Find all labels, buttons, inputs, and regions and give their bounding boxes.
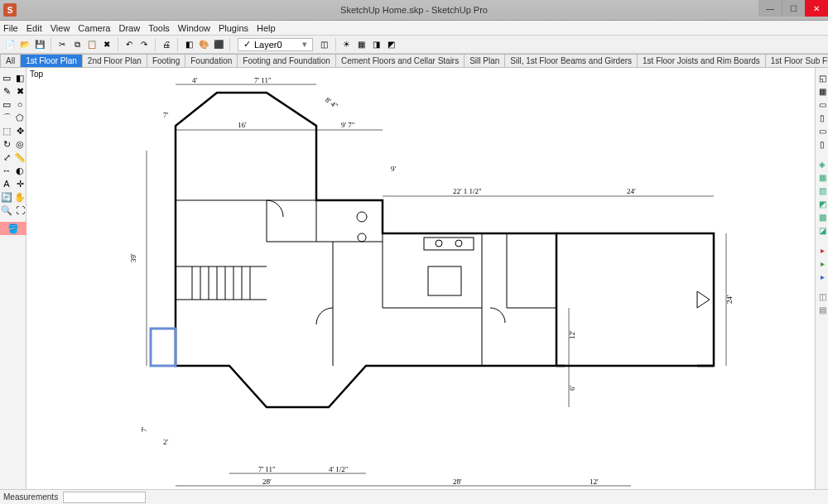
protractor-tool-icon[interactable]: ◐ <box>13 164 26 177</box>
scene-tab-1st-subfloor[interactable]: 1st Floor Sub Floor <box>766 54 828 67</box>
polygon-tool-icon[interactable]: ⬠ <box>13 111 26 124</box>
paint-icon[interactable]: 🎨 <box>197 38 210 51</box>
select-tool-icon[interactable]: ▭ <box>0 71 13 84</box>
shadow-icon[interactable]: ☀ <box>340 38 354 51</box>
front-view-icon[interactable]: ▭ <box>816 98 828 111</box>
shaded-texture-icon[interactable]: ▩ <box>816 210 828 223</box>
text-tool-icon[interactable]: A <box>0 177 13 190</box>
dim-label: 39' <box>129 253 137 262</box>
right-toolbar: ◱ ▦ ▭ ▯ ▭ ▯ ◈ ▦ ▧ ◩ ▩ ◪ ▸ ▸ ▸ ◫ ▤ <box>815 68 828 489</box>
menu-plugins[interactable]: Plugins <box>219 23 248 33</box>
xray-style-icon[interactable]: ◈ <box>816 157 828 170</box>
print-icon[interactable]: 🖨 <box>160 38 173 51</box>
new-file-icon[interactable]: 📄 <box>3 38 17 51</box>
eraser-tool-icon[interactable]: ✖ <box>13 84 26 98</box>
dim-label: 7' <box>163 111 169 119</box>
dim-label: 12' <box>590 478 599 486</box>
arc-tool-icon[interactable]: ⌒ <box>0 111 13 124</box>
drawing-canvas[interactable]: Top <box>26 68 815 489</box>
delete-icon[interactable]: ✖ <box>100 38 113 51</box>
zoom-extents-icon[interactable]: ⛶ <box>13 204 26 217</box>
dim-label: 9' 7" <box>341 121 355 129</box>
cut-icon[interactable]: ✂ <box>55 38 69 51</box>
warehouse-icon[interactable]: ⬛ <box>212 38 225 51</box>
scene-tab-cement-floors[interactable]: Cement Floors and Cellar Stairs <box>336 54 465 67</box>
scene-tab-1st-floor-plan[interactable]: 1st Floor Plan <box>21 54 83 67</box>
paint-bucket-icon[interactable]: 🪣 <box>0 222 26 235</box>
move-tool-icon[interactable]: ✥ <box>13 124 26 137</box>
copy-icon[interactable]: ⧉ <box>70 38 84 51</box>
menu-camera[interactable]: Camera <box>78 23 110 33</box>
monochrome-icon[interactable]: ◪ <box>816 223 828 237</box>
line-tool-icon[interactable]: ✎ <box>0 84 13 98</box>
menu-help[interactable]: Help <box>257 23 276 33</box>
floorplan-drawing: 4' 7' 11" 7' 16' 9' 7" 8' 4" 9' 22' 1 1/… <box>118 76 763 489</box>
scene-tab-foundation[interactable]: Foundation <box>185 54 238 67</box>
dim-label: 6' <box>568 386 576 391</box>
offset-tool-icon[interactable]: ◎ <box>13 137 26 151</box>
layer-dropdown[interactable]: ✓ Layer0 ▾ <box>238 38 313 51</box>
make-component-icon[interactable]: ◧ <box>13 71 26 84</box>
scene-tab-sill-plan[interactable]: Sill Plan <box>465 54 505 67</box>
menu-edit[interactable]: Edit <box>26 23 42 33</box>
scene-tab-all[interactable]: All <box>0 54 21 67</box>
dim-label: 7' <box>140 427 148 433</box>
scene-tab-footing[interactable]: Footing <box>147 54 185 67</box>
undo-icon[interactable]: ↶ <box>123 38 136 51</box>
display-section-icon[interactable]: ▤ <box>816 303 828 316</box>
svg-point-23 <box>436 240 442 247</box>
push-pull-tool-icon[interactable]: ⬚ <box>0 124 13 137</box>
open-file-icon[interactable]: 📂 <box>18 38 31 51</box>
axes-tool-icon[interactable]: ✛ <box>13 177 26 190</box>
dimension-tool-icon[interactable]: ↔ <box>0 164 13 177</box>
layer-manager-icon[interactable]: ◫ <box>318 38 331 51</box>
menu-view[interactable]: View <box>51 23 70 33</box>
menu-window[interactable]: Window <box>178 23 210 33</box>
top-view-icon[interactable]: ▦ <box>816 84 828 98</box>
look-around-icon[interactable]: ▸ <box>816 270 828 283</box>
measurements-label: Measurements <box>3 492 58 502</box>
maximize-button[interactable]: ☐ <box>782 0 805 17</box>
left-view-icon[interactable]: ▯ <box>816 137 828 151</box>
section-icon[interactable]: ◩ <box>385 38 398 51</box>
walk-tool-icon[interactable]: ▸ <box>816 257 828 270</box>
iso-view-icon[interactable]: ◱ <box>816 71 828 84</box>
menu-draw[interactable]: Draw <box>118 23 140 33</box>
style-icon[interactable]: ◨ <box>370 38 383 51</box>
minimize-button[interactable]: — <box>758 0 782 17</box>
chevron-down-icon: ▾ <box>302 39 307 50</box>
scene-tab-sill-beams[interactable]: Sill, 1st Floor Beams and Girders <box>505 54 638 67</box>
paste-icon[interactable]: 📋 <box>85 38 99 51</box>
save-icon[interactable]: 💾 <box>33 38 46 51</box>
dim-label: 7' 11" <box>254 76 272 84</box>
scale-tool-icon[interactable]: ⤢ <box>0 151 13 164</box>
orbit-tool-icon[interactable]: 🔄 <box>0 190 13 204</box>
menu-file[interactable]: File <box>3 23 18 33</box>
rotate-tool-icon[interactable]: ↻ <box>0 137 13 151</box>
svg-point-24 <box>455 240 462 247</box>
position-camera-icon[interactable]: ▸ <box>816 243 828 257</box>
measurements-input[interactable] <box>63 492 146 503</box>
rectangle-tool-icon[interactable]: ▭ <box>0 98 13 111</box>
xray-icon[interactable]: ▦ <box>355 38 368 51</box>
hidden-line-icon[interactable]: ▧ <box>816 184 828 197</box>
dim-label: 4' <box>192 76 198 84</box>
right-view-icon[interactable]: ▯ <box>816 111 828 124</box>
zoom-tool-icon[interactable]: 🔍 <box>0 204 13 217</box>
dim-label: 24' <box>725 295 734 304</box>
checkmark-icon: ✓ <box>243 39 251 50</box>
close-button[interactable]: ✕ <box>805 0 828 17</box>
pan-tool-icon[interactable]: ✋ <box>13 190 26 204</box>
tape-measure-icon[interactable]: 📏 <box>13 151 26 164</box>
scene-tab-1st-joists[interactable]: 1st Floor Joists and Rim Boards <box>638 54 766 67</box>
back-view-icon[interactable]: ▭ <box>816 124 828 137</box>
scene-tab-2nd-floor-plan[interactable]: 2nd Floor Plan <box>83 54 147 67</box>
wireframe-icon[interactable]: ▦ <box>816 170 828 184</box>
shaded-icon[interactable]: ◩ <box>816 197 828 210</box>
redo-icon[interactable]: ↷ <box>137 38 151 51</box>
circle-tool-icon[interactable]: ○ <box>13 98 26 111</box>
menu-tools[interactable]: Tools <box>148 23 170 33</box>
section-plane-icon[interactable]: ◫ <box>816 290 828 303</box>
component-icon[interactable]: ◧ <box>182 38 195 51</box>
scene-tab-footing-foundation[interactable]: Footing and Foundation <box>238 54 336 67</box>
